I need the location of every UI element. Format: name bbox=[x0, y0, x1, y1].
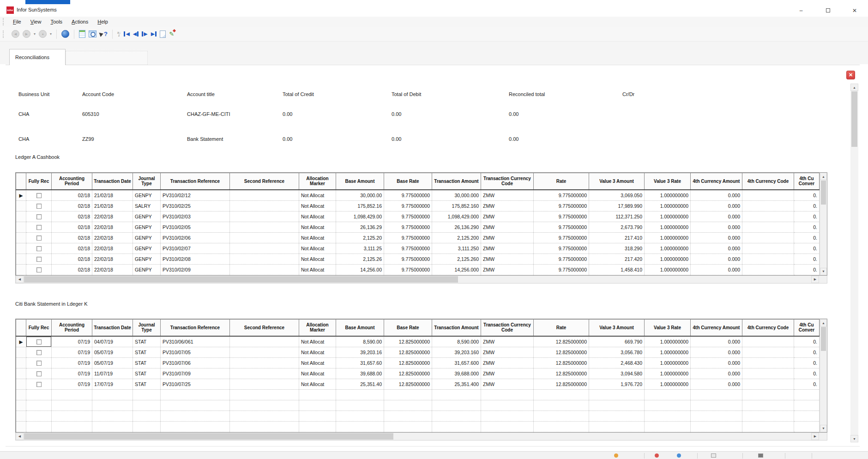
row-selector[interactable] bbox=[16, 421, 26, 432]
row-selector[interactable] bbox=[16, 211, 26, 222]
grid-cell[interactable] bbox=[742, 347, 794, 357]
grid-cell[interactable] bbox=[691, 389, 742, 400]
column-header[interactable]: 4th Currency Code bbox=[742, 320, 794, 336]
grid-cell[interactable]: 12.825000000 bbox=[384, 368, 432, 379]
grid-cell[interactable]: GENPY bbox=[133, 243, 161, 254]
grid-cell[interactable] bbox=[534, 389, 589, 400]
grid-cell[interactable] bbox=[230, 200, 299, 211]
row-selector[interactable] bbox=[16, 379, 26, 389]
grid-cell[interactable] bbox=[336, 421, 384, 432]
grid-cell[interactable] bbox=[742, 379, 794, 389]
grid-cell[interactable]: GENPY bbox=[133, 190, 161, 201]
grid-cell[interactable]: 02/18 bbox=[52, 232, 92, 243]
column-header[interactable]: Transaction Currency Code bbox=[481, 320, 534, 336]
fully-rec-checkbox[interactable] bbox=[36, 382, 42, 387]
column-header[interactable]: Transaction Amount bbox=[432, 320, 481, 336]
grid-cell[interactable]: 25,351.40 bbox=[336, 379, 384, 389]
fully-rec-cell[interactable] bbox=[26, 336, 52, 347]
grid-cell[interactable] bbox=[299, 389, 336, 400]
grid-cell[interactable] bbox=[432, 389, 481, 400]
grid-cell[interactable] bbox=[230, 190, 299, 201]
menu-file[interactable]: File bbox=[8, 18, 26, 25]
grid-cell[interactable]: Not Allocat bbox=[299, 264, 336, 275]
grid-cell[interactable]: ZMW bbox=[481, 232, 534, 243]
grid-cell[interactable] bbox=[691, 400, 742, 411]
grid-cell[interactable]: 39,203.16 bbox=[336, 347, 384, 357]
grid-cell[interactable]: 07/19 bbox=[52, 336, 92, 347]
grid-cell[interactable] bbox=[742, 400, 794, 411]
grid-cell[interactable]: PV310/07/06 bbox=[161, 357, 230, 368]
grid-cell[interactable]: 12.825000000 bbox=[384, 336, 432, 347]
grid-cell[interactable]: 0. bbox=[794, 368, 820, 379]
column-header[interactable]: Value 3 Amount bbox=[589, 320, 645, 336]
grid-cell[interactable]: 12.825000000 bbox=[534, 347, 589, 357]
grid-cell[interactable]: 07/19 bbox=[52, 357, 92, 368]
grid-cell[interactable]: 22/02/18 bbox=[92, 232, 133, 243]
grid-cell[interactable]: GENPY bbox=[133, 222, 161, 232]
sort-az-button[interactable]: a↓z bbox=[117, 31, 121, 37]
grid-cell[interactable]: 21/02/18 bbox=[92, 200, 133, 211]
last-record-button[interactable]: ▶ bbox=[151, 31, 157, 36]
grid-cell[interactable]: 9.775000000 bbox=[384, 232, 432, 243]
column-header[interactable]: Second Reference bbox=[230, 173, 299, 190]
grid-cell[interactable]: 1.000000000 bbox=[645, 347, 691, 357]
grid-cell[interactable] bbox=[794, 400, 820, 411]
grid-cell[interactable] bbox=[92, 411, 133, 421]
grid-cell[interactable]: 17,989.990 bbox=[589, 200, 645, 211]
fully-rec-cell[interactable] bbox=[26, 357, 52, 368]
grid-cell[interactable]: 02/18 bbox=[52, 254, 92, 264]
grid-cell[interactable]: 1.000000000 bbox=[645, 264, 691, 275]
grid-cell[interactable] bbox=[742, 421, 794, 432]
column-header[interactable]: Value 3 Rate bbox=[645, 320, 691, 336]
grid-cell[interactable]: SALRY bbox=[133, 200, 161, 211]
grid-cell[interactable]: 0.000 bbox=[691, 336, 742, 347]
grid-cell[interactable]: 39,203.160 bbox=[432, 347, 481, 357]
grid-cell[interactable]: GENPY bbox=[133, 232, 161, 243]
fully-rec-cell[interactable] bbox=[26, 232, 52, 243]
grid-cell[interactable]: 0. bbox=[794, 336, 820, 347]
grid-cell[interactable]: Not Allocat bbox=[299, 368, 336, 379]
scroll-track[interactable] bbox=[820, 351, 827, 425]
grid-cell[interactable] bbox=[742, 336, 794, 347]
grid-cell[interactable]: Not Allocat bbox=[299, 190, 336, 201]
scroll-down-icon[interactable]: ▼ bbox=[820, 425, 827, 432]
scroll-left-icon[interactable]: ◀ bbox=[16, 276, 24, 283]
row-selector[interactable] bbox=[16, 232, 26, 243]
column-header[interactable]: 4th Currency Amount bbox=[691, 173, 742, 190]
grid-cell[interactable] bbox=[742, 243, 794, 254]
next-record-button[interactable]: ▶ bbox=[142, 31, 147, 36]
column-header[interactable]: Base Amount bbox=[336, 173, 384, 190]
grid-cell[interactable]: 0.000 bbox=[691, 254, 742, 264]
grid-cell[interactable] bbox=[161, 421, 230, 432]
column-header[interactable]: 4th Cu Conver bbox=[794, 320, 820, 336]
grid-cell[interactable]: 3,069.050 bbox=[589, 190, 645, 201]
grid-cell[interactable]: 0.000 bbox=[691, 211, 742, 222]
grid-cell[interactable]: 1.000000000 bbox=[645, 232, 691, 243]
row-selector[interactable]: ▶ bbox=[16, 336, 26, 347]
column-header[interactable]: Second Reference bbox=[230, 320, 299, 336]
grid-cell[interactable] bbox=[534, 411, 589, 421]
grid-cell[interactable] bbox=[230, 411, 299, 421]
grid-cell[interactable]: Not Allocat bbox=[299, 200, 336, 211]
grid-cell[interactable] bbox=[742, 389, 794, 400]
grid-cell[interactable]: 26,136.290 bbox=[432, 222, 481, 232]
grid-cell[interactable]: 1,098,429.00 bbox=[336, 211, 384, 222]
grid-cell[interactable]: ZMW bbox=[481, 368, 534, 379]
grid-cell[interactable]: PV310/07/05 bbox=[161, 347, 230, 357]
grid-cell[interactable]: 318.290 bbox=[589, 243, 645, 254]
grid-cell[interactable]: 25,351.400 bbox=[432, 379, 481, 389]
grid-cell[interactable]: ZMW bbox=[481, 200, 534, 211]
grid-cell[interactable]: ZMW bbox=[481, 190, 534, 201]
fully-rec-checkbox[interactable] bbox=[36, 361, 42, 366]
column-header[interactable]: Allocation Marker bbox=[299, 173, 336, 190]
fully-rec-cell[interactable] bbox=[26, 347, 52, 357]
grid-cell[interactable]: Not Allocat bbox=[299, 222, 336, 232]
row-selector[interactable] bbox=[16, 264, 26, 275]
grid-cell[interactable] bbox=[432, 421, 481, 432]
grid-cell[interactable]: 39,688.000 bbox=[432, 368, 481, 379]
grid-cell[interactable]: 22/02/18 bbox=[92, 211, 133, 222]
column-header[interactable] bbox=[16, 320, 26, 336]
scroll-thumb[interactable] bbox=[851, 91, 857, 147]
grid-cell[interactable] bbox=[742, 232, 794, 243]
grid-cell[interactable] bbox=[742, 368, 794, 379]
